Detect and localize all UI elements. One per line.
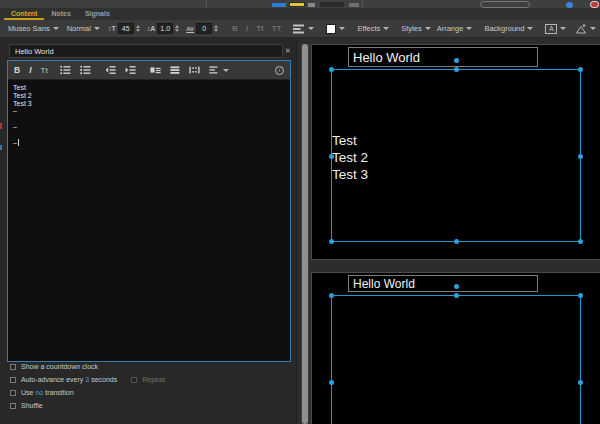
thick-bars-icon — [170, 65, 180, 75]
cropped-thumbnail-fragment — [0, 145, 2, 150]
bullet-list-button[interactable] — [60, 65, 71, 75]
bullet-list-icon — [60, 65, 71, 75]
spacing-icon — [209, 65, 220, 75]
editor-line: – — [13, 123, 285, 131]
small-caps-button[interactable]: Tt — [41, 66, 48, 75]
tracking-input[interactable]: 0 — [196, 23, 212, 34]
line-spacing-dropdown[interactable] — [209, 65, 229, 75]
slide-preview-2[interactable]: Hello World — [311, 272, 600, 424]
font-family-value: Museo Sans — [8, 24, 50, 33]
chevron-down-icon — [466, 27, 472, 30]
slide-preview-panel: Hello World Test Test 2 Test 3 Hello Wor… — [296, 38, 600, 424]
chevron-down-icon — [527, 27, 533, 30]
resize-handle-top-right[interactable] — [578, 293, 583, 298]
chevron-down-icon — [383, 27, 389, 30]
chevron-down-icon — [308, 27, 314, 30]
insert-text-box-dropdown[interactable]: A — [545, 24, 566, 34]
styles-dropdown[interactable]: Styles — [401, 24, 430, 33]
font-size-input[interactable]: 45 — [118, 23, 134, 34]
chevron-down-icon — [94, 27, 100, 30]
slide-title-box[interactable]: Hello World — [348, 275, 538, 292]
scrollbar-thumb[interactable] — [302, 44, 308, 424]
insert-media-button[interactable] — [150, 65, 161, 75]
format-toolbar: Museo Sans Normal ↕T 45 ↕A 1.0 AV 0 B I … — [0, 20, 600, 38]
resize-handle-top-center[interactable] — [454, 67, 459, 72]
indent-button[interactable] — [125, 65, 136, 75]
blue-fragment-icon — [272, 3, 286, 7]
resize-handle-middle-right[interactable] — [578, 380, 583, 385]
selected-text-box[interactable] — [331, 295, 581, 424]
brackets-icon — [189, 65, 200, 75]
small-caps-button[interactable]: Tt — [256, 24, 264, 33]
tab-content[interactable]: Content — [4, 8, 44, 20]
align-left-icon — [293, 24, 305, 34]
rotation-handle[interactable] — [454, 284, 459, 289]
dark-fragment-icon — [320, 2, 344, 7]
countdown-option-row: Show a countdown clock — [10, 363, 98, 370]
transition-option-row: Use no transition — [10, 389, 74, 396]
tracking-stepper[interactable] — [214, 25, 218, 32]
text-color-dropdown[interactable] — [326, 24, 345, 34]
media-placeholder-icon — [150, 65, 161, 75]
resize-handle-top-left[interactable] — [329, 67, 334, 72]
slide-title-input[interactable] — [9, 44, 283, 58]
editor-line: Test 3 — [13, 100, 285, 108]
rotation-handle[interactable] — [454, 58, 459, 63]
editor-line: – — [13, 139, 285, 147]
repeat-checkbox[interactable] — [131, 377, 137, 383]
italic-button[interactable]: I — [246, 24, 248, 33]
background-dropdown[interactable]: Background — [484, 24, 533, 33]
resize-handle-top-left[interactable] — [329, 293, 334, 298]
text-align-dropdown[interactable] — [293, 24, 314, 34]
auto-advance-seconds-link[interactable]: 3 — [85, 376, 89, 383]
numbered-list-button[interactable] — [80, 65, 91, 75]
font-family-dropdown[interactable]: Museo Sans — [8, 22, 59, 35]
resize-handle-middle-right[interactable] — [578, 154, 583, 159]
font-style-dropdown[interactable]: Normal — [67, 22, 100, 35]
chevron-down-icon — [425, 27, 431, 30]
resize-handle-middle-left[interactable] — [329, 380, 334, 385]
separator — [362, 0, 363, 8]
editor-line — [13, 115, 285, 123]
resize-handle-top-center[interactable] — [454, 293, 459, 298]
line-spacing-stepper[interactable] — [175, 25, 179, 32]
vertical-scrollbar[interactable] — [301, 44, 309, 424]
tab-signals[interactable]: Signals — [78, 8, 117, 20]
bold-button[interactable]: B — [232, 24, 238, 33]
slide-title-box[interactable]: Hello World — [348, 47, 538, 67]
bold-button[interactable]: B — [14, 65, 20, 75]
slide-body-text[interactable]: Test Test 2 Test 3 — [332, 132, 368, 183]
countdown-label: Show a countdown clock — [21, 363, 98, 370]
close-icon[interactable]: ✕ — [285, 47, 291, 55]
countdown-checkbox[interactable] — [10, 364, 16, 370]
resize-handle-bottom-right[interactable] — [578, 239, 583, 244]
cropped-top-toolbar — [0, 0, 600, 8]
italic-button[interactable]: I — [29, 65, 31, 75]
selected-text-box[interactable] — [331, 69, 581, 242]
resize-handle-bottom-center[interactable] — [454, 239, 459, 244]
arrange-dropdown[interactable]: Arrange — [437, 24, 473, 33]
insert-shape-dropdown[interactable] — [575, 23, 596, 34]
repeat-label: Repeat — [142, 376, 165, 383]
resize-handle-bottom-left[interactable] — [329, 239, 334, 244]
editor-line — [13, 131, 285, 139]
transition-type-link[interactable]: no — [35, 389, 43, 396]
outdent-button[interactable] — [105, 65, 116, 75]
resize-handle-top-right[interactable] — [578, 67, 583, 72]
shuffle-checkbox[interactable] — [10, 403, 16, 409]
slide-preview-1[interactable]: Hello World Test Test 2 Test 3 — [311, 44, 600, 260]
transition-checkbox[interactable] — [10, 390, 16, 396]
tab-notes[interactable]: Notes — [44, 8, 77, 20]
all-caps-button[interactable]: TT — [272, 24, 282, 33]
split-text-button[interactable] — [189, 65, 200, 75]
chevron-down-icon — [339, 27, 345, 30]
effects-dropdown[interactable]: Effects — [357, 24, 389, 33]
info-icon[interactable]: i — [275, 66, 284, 75]
line-spacing-input[interactable]: 1.0 — [157, 23, 173, 34]
color-swatch — [326, 24, 336, 34]
font-size-stepper[interactable] — [136, 25, 140, 32]
auto-advance-checkbox[interactable] — [10, 377, 16, 383]
numbered-list-icon — [80, 65, 91, 75]
horizontal-rule-button[interactable] — [170, 65, 180, 75]
editor-text-area[interactable]: Test Test 2 Test 3 – – – — [8, 80, 290, 150]
